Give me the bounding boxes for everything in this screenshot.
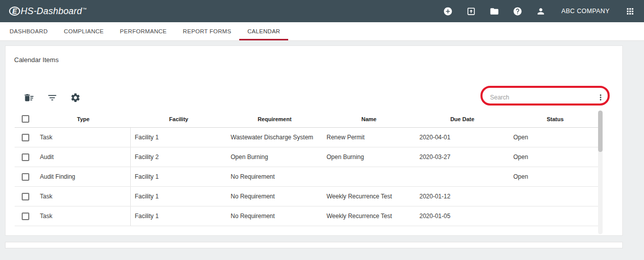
table-scrollbar-thumb[interactable] [598, 111, 603, 152]
table-header-row: Type Facility Requirement Name Due Date … [15, 111, 601, 128]
cell-name: Renew Permit [323, 134, 415, 141]
main-nav: DASHBOARD COMPLIANCE PERFORMANCE REPORT … [0, 22, 644, 41]
cell-name: Open Burning [323, 153, 415, 161]
cell-facility: Facility 1 [131, 213, 227, 220]
delete-sweep-icon[interactable] [24, 92, 34, 103]
row-checkbox[interactable] [22, 213, 29, 220]
table-row[interactable]: Task Facility 1 No Requirement Weekly Re… [15, 187, 601, 206]
cell-facility: Facility 1 [131, 173, 227, 180]
table-row[interactable]: Task Facility 1 No Requirement Weekly Re… [15, 206, 601, 226]
calendar-items-card: Calendar Items Type Facility Requirement… [5, 45, 623, 236]
search-input[interactable] [489, 91, 589, 105]
cell-type: Audit Finding [36, 167, 131, 186]
cell-status: Open [509, 134, 601, 141]
tab-calendar[interactable]: CALENDAR [239, 22, 288, 40]
search-zone [489, 91, 605, 105]
folder-icon[interactable] [490, 7, 499, 16]
kebab-menu-icon[interactable] [596, 93, 605, 102]
upload-box-icon[interactable] [466, 7, 476, 16]
column-header-status: Status [509, 116, 601, 122]
cell-due-date: 2020-04-01 [415, 134, 509, 141]
column-header-requirement: Requirement [227, 116, 323, 122]
cell-requirement: Wastewater Discharge System [227, 134, 323, 141]
cell-name: Weekly Recurrence Test [323, 193, 415, 200]
next-card-edge [5, 242, 623, 248]
table-toolbar [24, 88, 605, 107]
cell-facility: Facility 1 [131, 193, 227, 200]
page-title: Calendar Items [14, 56, 59, 64]
topbar-actions: ABC COMPANY [443, 7, 635, 16]
table-scrollbar-track[interactable] [598, 111, 603, 234]
apps-grid-icon[interactable] [625, 7, 635, 16]
tab-performance[interactable]: PERFORMANCE [112, 22, 175, 40]
app-logo: E HS-Dashboard ™ [9, 6, 86, 17]
cell-due-date: 2020-01-12 [415, 193, 509, 200]
cell-facility: Facility 1 [131, 134, 227, 141]
cell-facility: Facility 2 [131, 153, 227, 161]
logo-e-mark: E [9, 7, 20, 16]
logo-trademark: ™ [82, 7, 86, 12]
top-app-bar: E HS-Dashboard ™ ABC COMPANY [0, 0, 644, 22]
cell-type: Task [36, 187, 131, 206]
column-header-facility: Facility [131, 116, 227, 122]
cell-requirement: No Requirement [227, 173, 323, 180]
tab-dashboard[interactable]: DASHBOARD [2, 22, 56, 40]
row-checkbox[interactable] [22, 134, 29, 141]
cell-status: Open [509, 173, 601, 180]
cell-due-date: 2020-01-05 [415, 213, 509, 220]
row-checkbox[interactable] [22, 193, 29, 200]
cell-requirement: No Requirement [227, 193, 323, 200]
cell-requirement: No Requirement [227, 213, 323, 220]
column-header-type: Type [36, 116, 131, 122]
cell-due-date: 2020-03-27 [415, 153, 509, 161]
column-header-due-date: Due Date [415, 116, 509, 122]
cell-type: Task [36, 206, 131, 226]
select-all-checkbox[interactable] [22, 115, 29, 123]
column-header-name: Name [323, 116, 415, 122]
tab-report-forms[interactable]: REPORT FORMS [175, 22, 239, 40]
settings-gear-icon[interactable] [70, 92, 81, 103]
account-icon[interactable] [536, 7, 546, 16]
add-icon[interactable] [443, 7, 453, 16]
company-name: ABC COMPANY [561, 8, 610, 15]
filter-icon[interactable] [47, 92, 58, 103]
cell-status: Open [509, 153, 601, 161]
table-row[interactable]: Task Facility 1 Wastewater Discharge Sys… [15, 128, 601, 147]
calendar-items-table: Type Facility Requirement Name Due Date … [15, 111, 601, 226]
help-icon[interactable] [513, 7, 522, 16]
cell-name: Weekly Recurrence Test [323, 213, 415, 220]
row-checkbox[interactable] [22, 173, 29, 181]
tab-compliance[interactable]: COMPLIANCE [56, 22, 112, 40]
logo-text: HS-Dashboard [21, 6, 82, 17]
cell-type: Task [36, 128, 131, 147]
cell-type: Audit [36, 147, 131, 167]
cell-requirement: Open Burning [227, 153, 323, 161]
table-row[interactable]: Audit Facility 2 Open Burning Open Burni… [15, 147, 601, 167]
table-row[interactable]: Audit Finding Facility 1 No Requirement … [15, 167, 601, 187]
row-checkbox[interactable] [22, 153, 29, 161]
